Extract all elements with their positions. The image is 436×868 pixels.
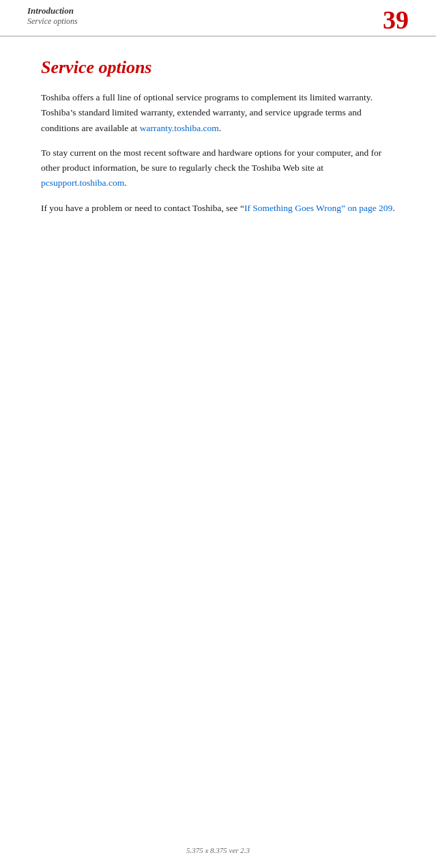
- para2-text-after: .: [124, 178, 126, 188]
- page-container: Introduction Service options 39 Service …: [0, 0, 436, 868]
- page-header: Introduction Service options 39: [0, 0, 436, 37]
- page-number: 39: [383, 5, 409, 33]
- header-section: Service options: [27, 16, 78, 27]
- footer-text: 5.375 x 8.375 ver 2.3: [186, 846, 250, 854]
- para3-text-before: If you have a problem or need to contact…: [41, 203, 244, 213]
- warranty-link[interactable]: warranty.toshiba.com: [140, 123, 219, 133]
- para2-text-before: To stay current on the most recent softw…: [41, 148, 381, 173]
- para3-text-after: .: [392, 203, 394, 213]
- paragraph-3: If you have a problem or need to contact…: [41, 201, 395, 216]
- para1-text-after: .: [219, 123, 221, 133]
- paragraph-2: To stay current on the most recent softw…: [41, 145, 395, 191]
- section-title: Service options: [41, 57, 395, 78]
- page-footer: 5.375 x 8.375 ver 2.3: [0, 846, 436, 854]
- something-goes-wrong-link[interactable]: If Something Goes Wrong” on page 209: [244, 203, 392, 213]
- header-chapter: Introduction: [27, 5, 78, 16]
- header-left: Introduction Service options: [27, 5, 78, 27]
- pcsupport-link[interactable]: pcsupport.toshiba.com: [41, 178, 124, 188]
- paragraph-1: Toshiba offers a full line of optional s…: [41, 90, 395, 136]
- page-content: Service options Toshiba offers a full li…: [0, 37, 436, 253]
